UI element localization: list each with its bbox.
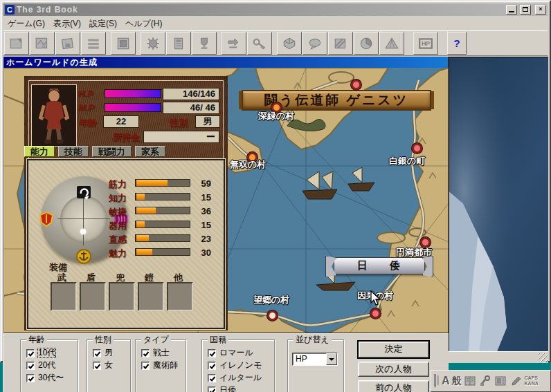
- stat-bar-dexterity: [135, 221, 190, 228]
- sort-dropdown[interactable]: HP: [292, 353, 338, 366]
- checkbox[interactable]: [26, 362, 35, 370]
- minimize-button[interactable]: [506, 5, 517, 15]
- toolbar-sphere-pie-button[interactable]: [354, 32, 379, 55]
- toolbar-pyramid-button[interactable]: [379, 32, 404, 55]
- svg-text:?: ?: [453, 37, 460, 49]
- stat-value-intelligence: 15: [193, 192, 211, 203]
- save-disk-icon: [60, 37, 75, 50]
- maximize-button[interactable]: [520, 5, 531, 15]
- checkbox-age-30s[interactable]: 30代〜: [26, 373, 64, 382]
- checkbox[interactable]: [26, 349, 35, 357]
- checkbox-age-20s[interactable]: 20代: [26, 361, 55, 370]
- checkbox[interactable]: [141, 362, 150, 370]
- region-ribbon: 日 倭: [334, 257, 425, 274]
- character-name-banner: 闘う伝道師 ゲニスツ: [242, 90, 431, 111]
- mp-value: 46/ 46: [163, 102, 219, 114]
- checkbox-irenonmo[interactable]: イレノンモ: [208, 361, 262, 370]
- banner-text: 闘う伝道師 ゲニスツ: [264, 91, 409, 109]
- map-marker-inga[interactable]: [370, 308, 381, 319]
- toolbar-speech-button[interactable]: [302, 32, 327, 55]
- toolbar-open-map-button[interactable]: [30, 32, 55, 55]
- checkbox-warrior[interactable]: 戦士: [141, 348, 170, 357]
- warrior-portrait-image: [32, 85, 76, 146]
- equip-slot-shield[interactable]: [80, 282, 106, 311]
- next-person-button[interactable]: 次の人物: [358, 362, 429, 377]
- toolbar-window-frame-button[interactable]: [111, 32, 136, 55]
- menu-game[interactable]: ゲーム(G): [6, 17, 51, 31]
- toolbar-new-window-button[interactable]: [4, 32, 29, 55]
- toolbar-transfer-button[interactable]: [222, 32, 246, 55]
- toolbar-flag-button[interactable]: [328, 32, 353, 55]
- menu-settings[interactable]: 設定(S): [88, 17, 123, 31]
- checkbox-irutar[interactable]: イルタール: [208, 373, 262, 382]
- equip-slot-other[interactable]: [167, 282, 193, 311]
- menu-help[interactable]: ヘルプ(H): [124, 17, 168, 31]
- map-marker[interactable]: [351, 80, 361, 90]
- resize-grip[interactable]: [539, 353, 548, 362]
- checkbox[interactable]: [208, 386, 216, 392]
- nationality-group-label: 国籍: [208, 335, 228, 344]
- main-titlebar[interactable]: C The 3rd Book ×: [3, 3, 548, 16]
- checkbox-female[interactable]: 女: [93, 361, 113, 370]
- checkbox-hiwa[interactable]: 日倭: [208, 386, 236, 392]
- age-label: 年齢: [79, 117, 97, 129]
- toolbar-calculator-button[interactable]: [166, 32, 191, 55]
- tab-combat[interactable]: 戦闘力: [92, 146, 132, 157]
- tab-skill[interactable]: 技能: [58, 146, 89, 157]
- stat-bar-charm: [135, 248, 190, 256]
- new-window-icon: [9, 37, 24, 50]
- toolbar-save-button[interactable]: [55, 32, 80, 55]
- stat-label-strength: 筋力: [109, 178, 134, 191]
- close-button[interactable]: ×: [535, 5, 546, 15]
- ime-dictionary-icon[interactable]: [464, 375, 477, 388]
- rotate-icon[interactable]: [75, 184, 92, 200]
- ime-tools-icon[interactable]: [479, 375, 492, 388]
- map-marker-hakugin[interactable]: [412, 143, 422, 153]
- anchor-crest-icon[interactable]: [75, 248, 92, 265]
- map-marker-boukyou[interactable]: [267, 310, 278, 321]
- menu-view[interactable]: 表示(V): [52, 17, 87, 31]
- checkbox[interactable]: [208, 374, 216, 382]
- key-icon: [252, 37, 267, 50]
- equip-slot-weapon[interactable]: [51, 282, 77, 311]
- equip-slot-armor[interactable]: [138, 282, 164, 311]
- character-portrait: [31, 84, 77, 147]
- checkbox[interactable]: [93, 362, 101, 370]
- checkbox[interactable]: [208, 362, 216, 370]
- stat-label-agility: 敏捷: [109, 206, 134, 218]
- ime-brush-icon[interactable]: [509, 375, 523, 388]
- toolbar-hp-button[interactable]: HP: [413, 32, 438, 55]
- checkbox[interactable]: [141, 349, 150, 357]
- shield-icon[interactable]: [38, 211, 55, 227]
- toolbar-gear-button[interactable]: [141, 32, 165, 55]
- prev-person-button[interactable]: 前の人物: [358, 380, 429, 392]
- nationality-group: 国籍 ロマール イレノンモ イルタール 日倭: [201, 339, 275, 392]
- equip-slot-helmet[interactable]: [109, 282, 135, 311]
- ime-pen-icon[interactable]: [433, 373, 440, 389]
- toolbar-key-button[interactable]: [247, 32, 272, 55]
- ime-input-mode[interactable]: A: [442, 375, 450, 387]
- checkbox-romar[interactable]: ロマール: [208, 348, 253, 357]
- ime-caps-kana[interactable]: CAPS KANA: [525, 375, 539, 386]
- checkbox[interactable]: [93, 349, 101, 357]
- toolbar-list-button[interactable]: [81, 32, 106, 55]
- decide-button[interactable]: 決定: [358, 341, 429, 358]
- app-icon[interactable]: C: [5, 5, 15, 15]
- gender-group: 性別 男 女: [87, 339, 131, 392]
- checkbox[interactable]: [26, 374, 35, 382]
- sort-group: 並び替え HP: [287, 339, 344, 392]
- toolbar-cube-button[interactable]: [277, 32, 302, 55]
- homeworld-titlebar[interactable]: ホームワールドの生成: [3, 57, 448, 68]
- calculator-icon: [171, 37, 186, 50]
- dropdown-arrow-button[interactable]: [326, 353, 337, 365]
- toolbar-help-button[interactable]: ?: [447, 32, 467, 55]
- toolbar-trophy-button[interactable]: [192, 32, 217, 55]
- tab-family[interactable]: 家系: [135, 146, 165, 157]
- checkbox[interactable]: [208, 349, 216, 357]
- checkbox-mage[interactable]: 魔術師: [141, 361, 178, 370]
- checkbox-male[interactable]: 男: [93, 348, 113, 357]
- ime-pad-icon[interactable]: [494, 375, 507, 388]
- ime-conversion-mode[interactable]: 般: [452, 375, 462, 387]
- tab-ability[interactable]: 能力: [24, 146, 55, 157]
- checkbox-age-10s[interactable]: 10代: [26, 348, 55, 357]
